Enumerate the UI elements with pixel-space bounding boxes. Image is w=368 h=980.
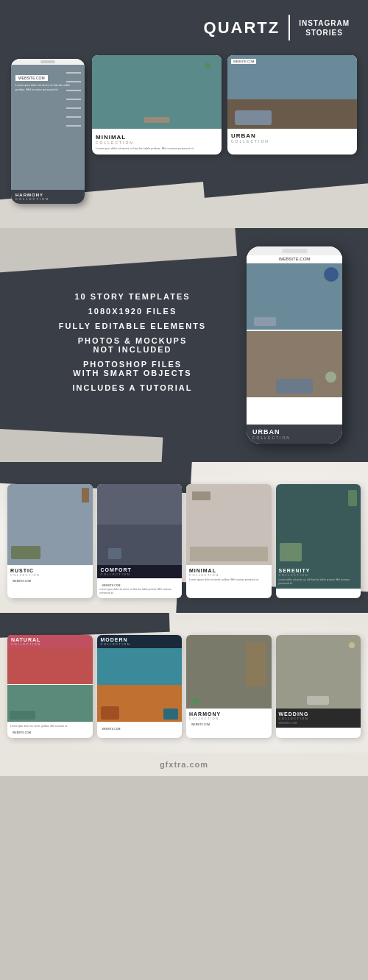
harmony-collection: COLLECTION — [189, 717, 269, 720]
big-phone-notch-detail — [282, 249, 308, 253]
section-row3-cards: NATURAL COLLECTION Lorem ipsu dolor sit,… — [0, 613, 368, 753]
brand-name: QUARTZ — [204, 18, 280, 38]
card-minimal: MINIMAL COLLECTION Lorem ipsu dolor sit … — [92, 55, 222, 155]
card-natural: NATURAL COLLECTION Lorem ipsu dolor sit,… — [7, 635, 93, 738]
url-label: WEBSITE.COM — [15, 75, 48, 81]
feature-item-6: INCLUDES A TUTORIAL — [29, 383, 236, 392]
card-minimal-2: MINIMAL COLLECTION Lorem ipsum dolor sit… — [186, 484, 272, 598]
urban-title: URBAN — [231, 132, 353, 139]
comfort-collection: COLLECTION — [101, 572, 179, 576]
natural-content: Lorem ipsu dolor sit, amet, pulbas. Mel … — [7, 722, 93, 738]
header: QUARTZ INSTAGRAM STORIES — [11, 15, 357, 40]
phone-mockup-left: WEBSITE.COM Lorem ipsu dolor sit amet, u… — [11, 59, 85, 204]
natural-header: NATURAL COLLECTION — [7, 635, 93, 648]
ladder-decoration — [66, 72, 81, 138]
phone-notch-detail — [40, 60, 55, 63]
card-wedding: WEDDING COLLECTION WEBSITE.COM — [276, 635, 361, 738]
hero-cards-right: MINIMAL COLLECTION Lorem ipsu dolor sit … — [92, 55, 357, 155]
natural-img-bot — [7, 685, 93, 722]
natural-url: WEBSITE.COM — [10, 731, 90, 735]
serenity-text: Lorem dolor sit amet, ut, ulb has biu ta… — [279, 578, 358, 586]
rustic-title: RUSTIC — [10, 568, 90, 573]
wedding-image — [276, 635, 361, 709]
modern-image — [97, 648, 183, 722]
card-urban-image-top: WEBSITE.COM — [227, 55, 357, 99]
features-list-container: 10 STORY TEMPLATES 1080X1920 FILES FULLY… — [29, 292, 236, 398]
big-phone-url: WEBSITE.COM — [247, 255, 342, 263]
rustic-url: WEBSITE.COM — [10, 579, 90, 583]
modern-title: MODERN — [101, 637, 179, 642]
modern-img-top — [97, 648, 183, 685]
big-phone-title: URBAN — [252, 428, 336, 436]
big-phone-notch — [247, 246, 342, 255]
serenity-collection: COLLECTION — [279, 573, 358, 577]
serenity-image — [276, 484, 361, 565]
big-phone-img1 — [247, 263, 342, 330]
modern-url: WEBSITE.COM — [100, 727, 180, 731]
comfort-bar: COMFORT COLLECTION — [97, 565, 183, 578]
minimal-coll: COLLECTION — [96, 141, 218, 145]
natural-split — [7, 648, 93, 722]
minimal2-image — [186, 484, 272, 565]
header-divider — [289, 15, 290, 40]
harmony-title: HARMONY — [189, 711, 269, 717]
feature-list: 10 STORY TEMPLATES 1080X1920 FILES FULLY… — [29, 292, 236, 392]
card-comfort: COMFORT COLLECTION WEBSITE.COM Lorem ips… — [97, 484, 183, 598]
rustic-image — [7, 484, 93, 565]
feature-item-4: PHOTOS & MOCKUPSNOT INCLUDED — [29, 336, 236, 354]
natural-text: Lorem ipsu dolor sit, amet, pulbas. Mel … — [10, 725, 90, 728]
big-phone-body: WEBSITE.COM URBAN COLLECTION — [247, 246, 342, 444]
feature-item-3: FULLY EDITABLE ELEMENTS — [29, 322, 236, 330]
card-rustic: RUSTIC COLLECTION WEBSITE.COM — [7, 484, 93, 598]
modern-split — [97, 648, 183, 722]
phone-notch — [11, 59, 85, 65]
cards-row-2: RUSTIC COLLECTION WEBSITE.COM COMFORT CO… — [7, 484, 361, 598]
natural-image — [7, 648, 93, 722]
watermark-text: gfxtra.com — [160, 760, 208, 769]
card-urban-content: URBAN COLLECTION — [227, 129, 357, 149]
card-urban-image-bot — [227, 99, 357, 129]
modern-collection: COLLECTION — [101, 642, 179, 646]
comfort-content: WEBSITE.COM Lorem ipsu dolor sit amet, u… — [97, 578, 183, 598]
rustic-collection: COLLECTION — [10, 573, 90, 577]
serenity-title: SERENITY — [279, 568, 358, 573]
modern-header: MODERN COLLECTION — [97, 635, 183, 648]
rustic-content: RUSTIC COLLECTION WEBSITE.COM — [7, 565, 93, 586]
minimal-title: MINIMAL — [96, 134, 218, 141]
card-harmony: HARMONY COLLECTION WEBSITE.COM — [186, 635, 272, 738]
wedding-content: WEDDING COLLECTION WEBSITE.COM — [276, 709, 361, 728]
comfort-image — [97, 484, 183, 565]
natural-img-top — [7, 648, 93, 685]
cards-row-3: NATURAL COLLECTION Lorem ipsu dolor sit,… — [7, 635, 361, 738]
feature-item-5: PHOTOSHOP FILESWITH SMART OBJECTS — [29, 360, 236, 377]
wedding-collection: COLLECTION — [279, 717, 358, 720]
phone-screen-harmony: WEBSITE.COM Lorem ipsu dolor sit amet, u… — [11, 65, 85, 190]
natural-title: NATURAL — [11, 637, 89, 642]
feature-item-2: 1080X1920 FILES — [29, 307, 236, 316]
features-layout: 10 STORY TEMPLATES 1080X1920 FILES FULLY… — [29, 246, 353, 444]
card-minimal-image — [92, 55, 222, 129]
harmony-image — [186, 635, 272, 709]
harmony-content: HARMONY COLLECTION WEBSITE.COM — [186, 709, 272, 730]
big-phone-mockup: WEBSITE.COM URBAN COLLECTION — [236, 246, 353, 444]
serenity-content: SERENITY COLLECTION Lorem dolor sit amet… — [276, 565, 361, 589]
minimal2-collection: COLLECTION — [189, 573, 269, 577]
card-urban: WEBSITE.COM URBAN COLLECTION — [227, 55, 357, 155]
watermark: gfxtra.com — [0, 753, 368, 776]
plant-icon — [205, 63, 210, 68]
card-modern: MODERN COLLECTION WEBSITE.COM — [97, 635, 183, 738]
phone-label-harmony: HARMONY COLLECTION — [11, 190, 85, 204]
section-features: 10 STORY TEMPLATES 1080X1920 FILES FULLY… — [0, 228, 368, 462]
table-decoration — [144, 117, 170, 123]
minimal-text: Lorem ipsu dolor sit amet, ut has biu ta… — [96, 146, 218, 151]
minimal2-title: MINIMAL — [189, 568, 269, 573]
wedding-title: WEDDING — [279, 711, 358, 717]
harmony-url: WEBSITE.COM — [189, 722, 269, 727]
natural-collection: COLLECTION — [11, 642, 89, 646]
big-phone-collection: COLLECTION — [252, 436, 336, 440]
big-phone-label: URBAN COLLECTION — [247, 425, 342, 444]
modern-content: WEBSITE.COM — [97, 722, 183, 734]
comfort-title: COMFORT — [101, 567, 179, 572]
harmony-collection: COLLECTION — [15, 197, 80, 201]
wedding-url: WEBSITE.COM — [279, 722, 358, 725]
